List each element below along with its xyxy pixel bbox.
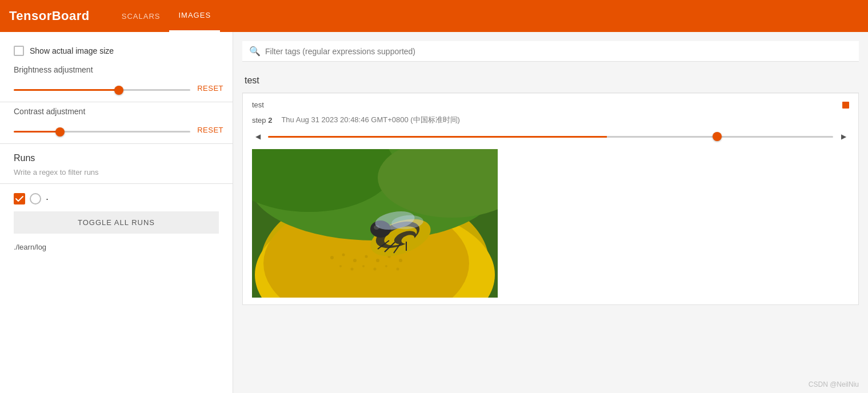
footer-text: CSDN @NeilNiu — [809, 380, 859, 388]
contrast-label: Contrast adjustment — [14, 107, 223, 116]
run-dot-label: · — [46, 194, 49, 204]
card-timestamp: Thu Aug 31 2023 20:48:46 GMT+0800 (中国标准时… — [281, 115, 460, 125]
brightness-slider-row: RESET — [14, 83, 223, 93]
step-timestamp-row: step 2 Thu Aug 31 2023 20:48:46 GMT+0800… — [252, 115, 849, 125]
runs-header: Runs — [0, 144, 233, 168]
step-prev-button[interactable]: ◀ — [252, 131, 263, 142]
contrast-slider-row: RESET — [14, 125, 223, 134]
main-content: 🔍 test test step 2 Thu Aug 31 2023 20:48… — [233, 32, 868, 393]
runs-checkboxes-row: · — [0, 191, 233, 211]
image-card: test step 2 Thu Aug 31 2023 20:48:46 GMT… — [242, 93, 859, 305]
step-range-slider[interactable] — [268, 136, 833, 138]
brightness-slider[interactable] — [14, 89, 190, 91]
section-title: test — [242, 71, 859, 93]
runs-filter-label: Write a regex to filter runs — [0, 168, 233, 184]
filter-input[interactable] — [265, 47, 852, 56]
runs-section: Runs Write a regex to filter runs · TOGG… — [0, 144, 233, 254]
run-checkbox-checked[interactable] — [14, 193, 25, 204]
nav-scalars[interactable]: SCALARS — [113, 0, 170, 32]
header: TensorBoard SCALARS IMAGES — [0, 0, 868, 32]
image-display — [252, 149, 498, 298]
svg-point-15 — [351, 268, 354, 271]
show-image-size-checkbox[interactable] — [14, 46, 24, 56]
step-info-row: test — [252, 101, 849, 109]
svg-point-13 — [399, 259, 402, 262]
card-title: test — [252, 101, 264, 109]
toggle-all-runs-button[interactable]: TOGGLE ALL RUNS — [14, 211, 219, 234]
contrast-slider[interactable] — [14, 131, 190, 133]
main-nav: SCALARS IMAGES — [113, 0, 220, 32]
svg-point-14 — [339, 265, 342, 267]
svg-point-16 — [362, 265, 365, 267]
app-logo: TensorBoard — [9, 9, 90, 23]
contrast-section: Contrast adjustment RESET — [0, 102, 233, 144]
color-indicator — [842, 102, 849, 109]
svg-point-10 — [365, 255, 368, 258]
nav-images[interactable]: IMAGES — [169, 0, 220, 32]
contrast-reset-button[interactable]: RESET — [197, 126, 223, 134]
step-label: step 2 — [252, 116, 272, 125]
run-path-label: ./learn/log — [0, 240, 233, 254]
card-body: test step 2 Thu Aug 31 2023 20:48:46 GMT… — [243, 93, 858, 304]
filter-bar: 🔍 — [242, 41, 859, 62]
brightness-section: Brightness adjustment RESET — [0, 61, 233, 102]
svg-point-9 — [353, 259, 357, 262]
run-radio-button[interactable] — [30, 193, 41, 204]
brightness-slider-container — [14, 83, 190, 93]
svg-point-17 — [374, 268, 377, 271]
show-image-size-label: Show actual image size — [30, 46, 114, 55]
main-layout: Show actual image size Brightness adjust… — [0, 32, 868, 393]
brightness-label: Brightness adjustment — [14, 65, 223, 74]
step-slider-row: ◀ ▶ — [252, 131, 849, 142]
sidebar: Show actual image size Brightness adjust… — [0, 32, 233, 393]
svg-point-18 — [385, 265, 387, 267]
svg-point-8 — [342, 254, 345, 256]
show-image-size-row: Show actual image size — [0, 41, 233, 61]
svg-point-7 — [330, 256, 334, 259]
svg-point-19 — [397, 268, 399, 271]
step-next-button[interactable]: ▶ — [838, 131, 849, 142]
search-icon: 🔍 — [249, 46, 261, 57]
bee-image-svg — [252, 149, 498, 298]
step-value: 2 — [268, 116, 272, 125]
checkmark-icon — [15, 195, 23, 203]
contrast-slider-container — [14, 125, 190, 134]
brightness-reset-button[interactable]: RESET — [197, 84, 223, 93]
svg-point-11 — [376, 259, 379, 262]
